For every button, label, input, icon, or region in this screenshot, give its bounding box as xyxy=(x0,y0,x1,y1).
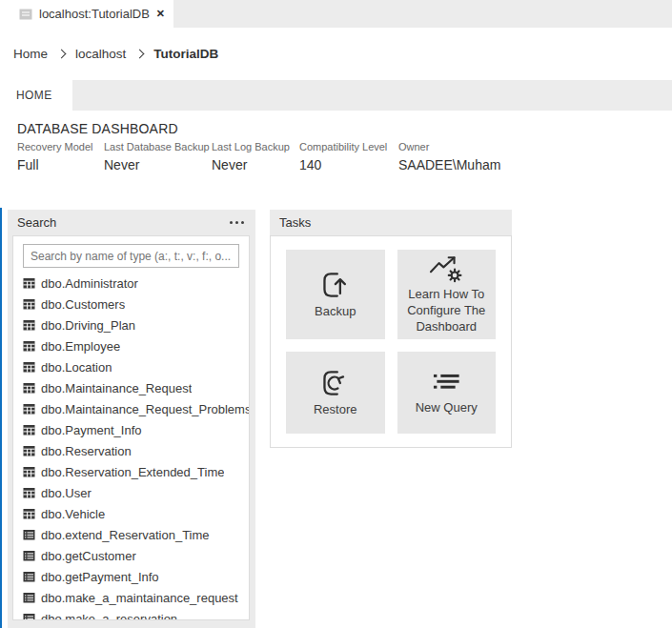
list-item[interactable]: dbo.Vehicle xyxy=(13,503,249,524)
list-item[interactable]: dbo.Reservation xyxy=(13,440,249,461)
object-name: dbo.getPayment_Info xyxy=(41,570,159,584)
focus-border xyxy=(0,208,2,628)
table-icon xyxy=(23,340,35,353)
tab-close-icon[interactable]: ✕ xyxy=(156,8,165,20)
task-label: New Query xyxy=(416,400,478,416)
chevron-right-icon xyxy=(57,50,67,59)
property-recovery-model: Recovery Model Full xyxy=(17,141,104,172)
tab-title: localhost:TutorialDB xyxy=(39,7,150,21)
task-backup[interactable]: Backup xyxy=(286,250,385,339)
property-owner: Owner SAADEE\Muham xyxy=(398,141,500,172)
list-item[interactable]: dbo.make_a_maintainance_request xyxy=(13,587,249,608)
list-item[interactable]: dbo.Maintainance_Request xyxy=(13,377,249,398)
procedure-icon xyxy=(23,613,35,621)
table-icon xyxy=(23,403,35,415)
object-name: dbo.make_a_reservation xyxy=(41,612,177,621)
object-name: dbo.Customers xyxy=(41,297,125,312)
task-new-query[interactable]: New Query xyxy=(397,352,497,434)
property-compatibility-level: Compatibility Level 140 xyxy=(299,141,398,172)
task-learn-how-to-configure-the-dashboard[interactable]: Learn How To Configure The Dashboard xyxy=(397,250,497,339)
table-icon xyxy=(23,277,35,290)
list-item[interactable]: dbo.User xyxy=(13,482,249,503)
list-item[interactable]: dbo.make_a_reservation xyxy=(13,608,249,620)
tab-home[interactable]: HOME xyxy=(0,80,72,111)
procedure-icon xyxy=(23,592,35,604)
task-restore[interactable]: Restore xyxy=(286,352,385,434)
object-name: dbo.Vehicle xyxy=(41,507,105,521)
table-icon xyxy=(23,466,35,478)
editor-tab[interactable]: localhost:TutorialDB ✕ xyxy=(13,0,173,28)
table-icon xyxy=(23,508,35,520)
chevron-right-icon xyxy=(135,50,145,59)
list-item[interactable]: dbo.Location xyxy=(13,356,249,377)
property-last-database-backup: Last Database Backup Never xyxy=(104,141,212,172)
breadcrumb-home[interactable]: Home xyxy=(13,47,48,61)
table-icon xyxy=(23,424,35,436)
search-widget: Search dbo.Administratordbo.Customersdbo… xyxy=(8,210,255,628)
object-name: dbo.Reservation_Extended_Time xyxy=(41,465,224,479)
list-item[interactable]: dbo.Driving_Plan xyxy=(13,314,249,335)
table-icon xyxy=(23,445,35,457)
configure-dashboard-icon xyxy=(427,253,465,284)
tasks-widget-title: Tasks xyxy=(279,215,311,230)
breadcrumb-server[interactable]: localhost xyxy=(75,47,126,61)
search-widget-header: Search xyxy=(8,210,255,235)
object-name: dbo.Reservation xyxy=(41,444,132,458)
tab-strip-background xyxy=(173,0,672,28)
search-widget-body: dbo.Administratordbo.Customersdbo.Drivin… xyxy=(12,235,250,620)
object-name: dbo.User xyxy=(41,486,92,500)
search-results-list: dbo.Administratordbo.Customersdbo.Drivin… xyxy=(13,273,249,620)
table-icon xyxy=(23,319,35,332)
tasks-widget-header: Tasks xyxy=(270,210,512,235)
list-item[interactable]: dbo.Maintainance_Request_Problems xyxy=(13,398,249,419)
object-name: dbo.Payment_Info xyxy=(41,423,142,437)
task-label: Restore xyxy=(314,402,357,418)
list-item[interactable]: dbo.Administrator xyxy=(13,273,249,294)
breadcrumb-database[interactable]: TutorialDB xyxy=(153,47,218,61)
editor-tab-strip: localhost:TutorialDB ✕ xyxy=(0,0,672,28)
restore-icon xyxy=(319,367,352,399)
list-item[interactable]: dbo.Employee xyxy=(13,335,249,356)
procedure-icon xyxy=(23,571,35,583)
search-widget-title: Search xyxy=(17,215,56,230)
procedure-icon xyxy=(23,529,35,541)
object-name: dbo.make_a_maintainance_request xyxy=(41,591,238,605)
page-title: DATABASE DASHBOARD xyxy=(17,121,178,136)
task-label: Learn How To Configure The Dashboard xyxy=(401,287,493,335)
object-name: dbo.Location xyxy=(41,360,112,375)
dashboard-nav-strip: HOME xyxy=(0,80,672,111)
list-item[interactable]: dbo.getCustomer xyxy=(13,545,249,566)
tasks-widget: Tasks BackupLearn How To Configure The D… xyxy=(270,210,512,448)
table-icon xyxy=(23,487,35,499)
database-properties: Recovery Model Full Last Database Backup… xyxy=(17,141,500,172)
object-name: dbo.Driving_Plan xyxy=(41,318,135,333)
object-name: dbo.Maintainance_Request_Problems xyxy=(41,402,249,416)
table-icon xyxy=(23,298,35,311)
breadcrumb: Home localhost TutorialDB xyxy=(0,28,672,80)
object-name: dbo.Employee xyxy=(41,339,120,354)
list-item[interactable]: dbo.Customers xyxy=(13,294,249,314)
property-last-log-backup: Last Log Backup Never xyxy=(212,141,299,172)
tasks-grid: BackupLearn How To Configure The Dashboa… xyxy=(270,235,512,448)
procedure-icon xyxy=(23,550,35,562)
table-icon xyxy=(23,361,35,374)
list-item[interactable]: dbo.Payment_Info xyxy=(13,419,249,440)
list-item[interactable]: dbo.extend_Reservation_Time xyxy=(13,524,249,545)
search-input[interactable] xyxy=(23,244,239,268)
task-label: Backup xyxy=(315,304,356,320)
object-name: dbo.getCustomer xyxy=(41,549,136,563)
list-item[interactable]: dbo.Reservation_Extended_Time xyxy=(13,461,249,482)
ellipsis-icon[interactable] xyxy=(228,217,246,228)
new-query-icon xyxy=(430,369,462,397)
app-window: localhost:TutorialDB ✕ Home localhost Tu… xyxy=(0,0,672,628)
dashboard-document-icon xyxy=(19,8,32,21)
list-item[interactable]: dbo.getPayment_Info xyxy=(13,566,249,587)
object-name: dbo.Administrator xyxy=(41,276,138,291)
object-name: dbo.Maintainance_Request xyxy=(41,381,192,395)
object-name: dbo.extend_Reservation_Time xyxy=(41,528,210,542)
backup-icon xyxy=(319,269,352,301)
table-icon xyxy=(23,382,35,395)
